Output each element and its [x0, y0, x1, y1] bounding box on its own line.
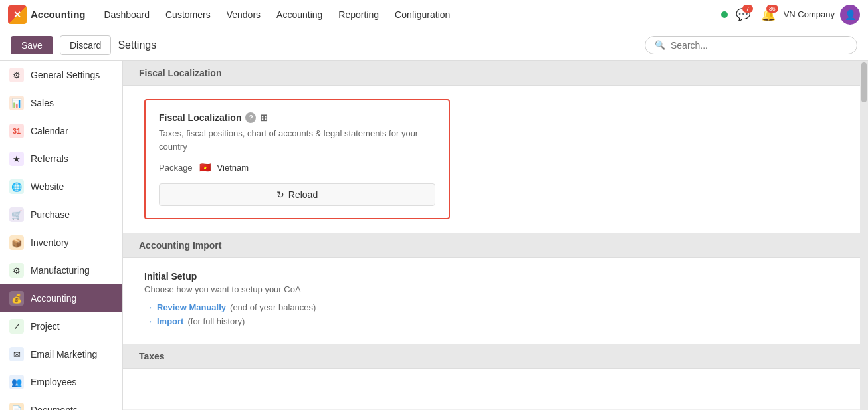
app-logo[interactable]: ✕ Accounting: [8, 5, 86, 24]
reload-button[interactable]: ↻ Reload: [159, 183, 435, 206]
import-text: Import: [157, 316, 183, 326]
accounting-import-section-title: Accounting Import: [139, 240, 221, 251]
referrals-icon: ★: [9, 152, 24, 166]
user-avatar[interactable]: 👤: [840, 5, 860, 25]
import-sub: (for full history): [187, 316, 245, 326]
package-row: Package 🇻🇳 Vietnam: [159, 162, 435, 173]
sidebar-item-email-marketing[interactable]: ✉ Email Marketing: [0, 340, 122, 368]
sidebar-label-documents: Documents: [31, 405, 78, 410]
status-indicator: [721, 11, 728, 18]
main-scrollbar[interactable]: [860, 61, 868, 410]
sidebar-label-general-settings: General Settings: [31, 70, 100, 80]
sidebar-label-inventory: Inventory: [31, 237, 69, 248]
sidebar-item-inventory[interactable]: 📦 Inventory: [0, 229, 122, 256]
email-marketing-icon: ✉: [9, 347, 24, 361]
sales-icon: 📊: [9, 96, 24, 110]
discard-button[interactable]: Discard: [60, 35, 111, 55]
company-name: VN Company: [784, 9, 835, 19]
search-icon: 🔍: [655, 40, 665, 50]
sidebar-label-calendar: Calendar: [31, 126, 68, 136]
accounting-import-section-header: Accounting Import: [123, 233, 860, 258]
sidebar-label-website: Website: [31, 181, 64, 192]
sidebar-item-documents[interactable]: 📄 Documents: [0, 396, 122, 410]
reload-label: Reload: [288, 189, 318, 200]
scrollbar-thumb: [861, 62, 867, 102]
sidebar-label-manufacturing: Manufacturing: [31, 265, 90, 276]
nav-item-reporting[interactable]: Reporting: [332, 5, 385, 24]
initial-setup-title: Initial Setup: [144, 271, 839, 282]
app-name: Accounting: [31, 9, 86, 20]
sidebar-label-accounting: Accounting: [31, 293, 76, 304]
fiscal-localization-card: Fiscal Localization ? ⊞ Taxes, fiscal po…: [144, 99, 450, 219]
save-button[interactable]: Save: [11, 36, 53, 54]
sidebar-item-manufacturing[interactable]: ⚙ Manufacturing: [0, 256, 122, 284]
fiscal-card-title-row: Fiscal Localization ? ⊞: [159, 112, 435, 123]
accounting-icon: 💰: [9, 291, 24, 306]
fiscal-localization-section-title: Fiscal Localization: [139, 68, 221, 78]
sidebar-label-project: Project: [31, 321, 60, 332]
sidebar-item-employees[interactable]: 👥 Employees: [0, 368, 122, 396]
reload-icon: ↻: [276, 189, 284, 200]
sidebar-item-purchase[interactable]: 🛒 Purchase: [0, 201, 122, 229]
notifications-count: 36: [766, 5, 778, 13]
taxes-section-title: Taxes: [139, 351, 165, 361]
review-manually-sub: (end of year balances): [230, 302, 316, 312]
search-bar[interactable]: 🔍: [645, 36, 857, 54]
manufacturing-icon: ⚙: [9, 263, 24, 278]
taxes-content: [123, 369, 860, 409]
import-link[interactable]: → Import (for full history): [144, 316, 839, 326]
top-nav-right: 💬 7 🔔 36 VN Company 👤: [721, 5, 860, 25]
search-input[interactable]: [671, 40, 847, 51]
sidebar-item-accounting[interactable]: 💰 Accounting: [0, 284, 122, 312]
purchase-icon: 🛒: [9, 207, 24, 222]
sidebar-item-sales[interactable]: 📊 Sales: [0, 89, 122, 117]
arrow-icon-1: →: [144, 302, 153, 312]
fiscal-localization-section-header: Fiscal Localization: [123, 61, 860, 86]
project-icon: ✓: [9, 319, 24, 334]
documents-icon: 📄: [9, 403, 24, 410]
messages-button[interactable]: 💬 7: [733, 5, 753, 25]
nav-item-vendors[interactable]: Vendors: [220, 5, 267, 24]
grid-icon[interactable]: ⊞: [260, 112, 268, 123]
fiscal-card-title-text: Fiscal Localization: [159, 112, 241, 123]
taxes-section-header: Taxes: [123, 344, 860, 369]
sidebar-label-email-marketing: Email Marketing: [31, 349, 97, 359]
page-title: Settings: [118, 39, 156, 51]
sidebar-label-employees: Employees: [31, 377, 76, 387]
sidebar-item-calendar[interactable]: 31 Calendar: [0, 117, 122, 145]
package-label: Package: [159, 163, 193, 173]
arrow-icon-2: →: [144, 316, 153, 326]
nav-items: Dashboard Customers Vendors Accounting R…: [98, 5, 721, 24]
sidebar-item-referrals[interactable]: ★ Referrals: [0, 145, 122, 173]
logo-icon: ✕: [8, 5, 27, 24]
nav-item-dashboard[interactable]: Dashboard: [98, 5, 157, 24]
sidebar-label-sales: Sales: [31, 98, 54, 108]
notifications-button[interactable]: 🔔 36: [758, 5, 778, 25]
employees-icon: 👥: [9, 375, 24, 389]
toolbar: Save Discard Settings 🔍: [0, 29, 868, 61]
fiscal-description: Taxes, fiscal positions, chart of accoun…: [159, 127, 435, 153]
sidebar-item-general-settings[interactable]: ⚙ General Settings: [0, 61, 122, 89]
fiscal-localization-content: Fiscal Localization ? ⊞ Taxes, fiscal po…: [123, 86, 860, 233]
review-manually-text: Review Manually: [157, 302, 226, 312]
website-icon: 🌐: [9, 179, 24, 194]
sidebar-item-project[interactable]: ✓ Project: [0, 312, 122, 340]
inventory-icon: 📦: [9, 235, 24, 250]
nav-item-configuration[interactable]: Configuration: [388, 5, 457, 24]
accounting-import-content: Initial Setup Choose how you want to set…: [123, 258, 860, 344]
review-manually-link[interactable]: → Review Manually (end of year balances): [144, 302, 839, 312]
layout: ⚙ General Settings 📊 Sales 31 Calendar ★…: [0, 61, 868, 410]
sidebar-label-purchase: Purchase: [31, 209, 70, 220]
general-settings-icon: ⚙: [9, 68, 24, 82]
sidebar-label-referrals: Referrals: [31, 154, 68, 164]
calendar-icon: 31: [9, 124, 24, 138]
nav-item-customers[interactable]: Customers: [159, 5, 217, 24]
top-nav: ✕ Accounting Dashboard Customers Vendors…: [0, 0, 868, 29]
help-icon[interactable]: ?: [245, 112, 256, 123]
sidebar-item-website[interactable]: 🌐 Website: [0, 173, 122, 201]
main-wrapper: Fiscal Localization Fiscal Localization …: [123, 61, 868, 410]
nav-item-accounting[interactable]: Accounting: [270, 5, 329, 24]
main-content: Fiscal Localization Fiscal Localization …: [123, 61, 860, 410]
messages-count: 7: [742, 5, 753, 13]
sidebar: ⚙ General Settings 📊 Sales 31 Calendar ★…: [0, 61, 123, 410]
